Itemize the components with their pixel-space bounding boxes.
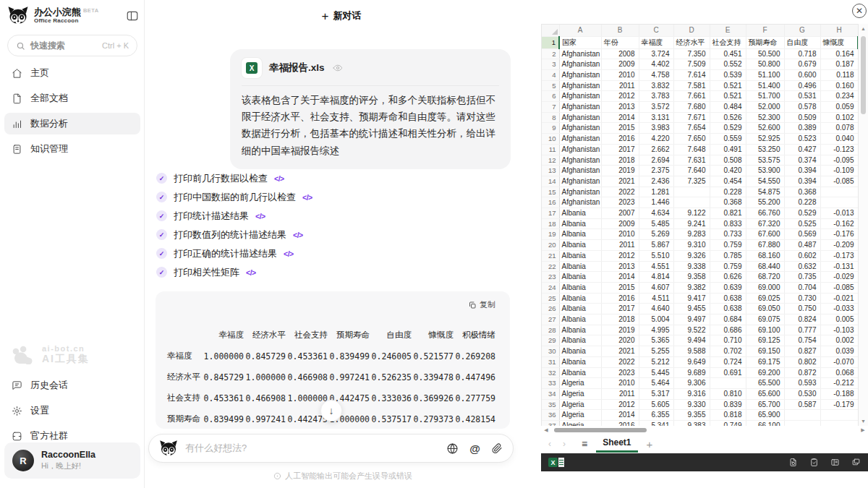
- sheet-cell[interactable]: 2014: [601, 112, 639, 123]
- sheet-cell[interactable]: Albania: [559, 218, 601, 229]
- sheet-cell[interactable]: 2019: [601, 325, 639, 335]
- sheet-cell[interactable]: 0.872: [784, 367, 820, 378]
- sheet-cell[interactable]: 9.383: [673, 421, 710, 426]
- row-number[interactable]: 2: [542, 48, 559, 59]
- sheet-cell[interactable]: 5.341: [639, 421, 673, 426]
- sheet-cell[interactable]: Afghanistan: [559, 134, 601, 145]
- sheet-cell[interactable]: 51.400: [746, 80, 784, 91]
- sheet-cell[interactable]: 0.068: [820, 367, 858, 378]
- sheet-cell[interactable]: 9.241: [673, 218, 710, 229]
- sheet-cell[interactable]: 2011: [601, 80, 639, 91]
- sheet-cell[interactable]: 0.839: [710, 399, 746, 410]
- row-number[interactable]: 23: [542, 272, 559, 283]
- sheet-cell[interactable]: 0.754: [784, 335, 820, 346]
- sheet-cell[interactable]: 52.300: [746, 112, 784, 123]
- scroll-up-arrow[interactable]: ▲: [859, 26, 868, 31]
- globe-icon[interactable]: [446, 442, 459, 455]
- sheet-cell[interactable]: 51.100: [746, 69, 784, 80]
- sheet-cell[interactable]: 0.679: [784, 59, 820, 70]
- attachment-paperclip-icon[interactable]: [491, 442, 503, 454]
- sheet-cell[interactable]: 0.368: [710, 197, 746, 208]
- row-number[interactable]: 25: [542, 293, 559, 304]
- sheet-cell[interactable]: 0.759: [710, 240, 746, 251]
- row-number[interactable]: 21: [542, 250, 559, 261]
- sheet-cell[interactable]: 0.394: [784, 176, 820, 187]
- sheet-cell[interactable]: 0.639: [710, 282, 746, 293]
- sheet-cell[interactable]: 2022: [601, 187, 639, 197]
- sheet-cell[interactable]: 1.281: [639, 187, 673, 197]
- sheet-cell[interactable]: 2007: [601, 208, 639, 219]
- clipboard-check-icon[interactable]: [809, 458, 819, 467]
- sheet-cell[interactable]: 53.900: [746, 166, 784, 176]
- sheet-header-cell[interactable]: 国家: [559, 36, 601, 48]
- sheet-cell[interactable]: -0.123: [820, 144, 858, 155]
- sheet-cell[interactable]: Algeria: [559, 378, 601, 389]
- sheet-cell[interactable]: 7.680: [673, 102, 710, 113]
- sheet-cell[interactable]: 5.464: [639, 378, 673, 389]
- sheet-cell[interactable]: 0.638: [710, 304, 746, 314]
- sheet-cell[interactable]: 69.050: [746, 304, 784, 314]
- select-all-corner[interactable]: [542, 25, 559, 36]
- sheet-cell[interactable]: Afghanistan: [559, 91, 601, 102]
- sheet-cell[interactable]: 0.368: [784, 187, 820, 197]
- sheet-cell[interactable]: Albania: [559, 335, 601, 346]
- sheet-cell[interactable]: -0.109: [820, 166, 858, 176]
- sheet-cell[interactable]: 0.632: [784, 261, 820, 272]
- sheet-cell[interactable]: Albania: [559, 304, 601, 314]
- sheet-cell[interactable]: 0.559: [710, 134, 746, 145]
- sheet-cell[interactable]: 2010: [601, 229, 639, 240]
- sheet-cell[interactable]: Afghanistan: [559, 123, 601, 134]
- sheet-cell[interactable]: 7.350: [673, 48, 710, 59]
- row-number[interactable]: 11: [542, 144, 559, 155]
- row-number[interactable]: 6: [542, 91, 559, 102]
- code-toggle-icon[interactable]: </>: [293, 231, 303, 239]
- sheet-header-cell[interactable]: 经济水平: [673, 36, 710, 48]
- sheet-cell[interactable]: 0.187: [820, 59, 858, 70]
- sheet-cell[interactable]: 2010: [601, 69, 639, 80]
- sheet-header-cell[interactable]: 自由度: [784, 36, 820, 48]
- sheet-cell[interactable]: [820, 197, 858, 208]
- sheet-cell[interactable]: 0.593: [784, 378, 820, 389]
- horizontal-scrollbar[interactable]: ◀ ▶: [541, 426, 868, 435]
- sheet-cell[interactable]: [820, 410, 858, 421]
- sheet-cell[interactable]: Albania: [559, 272, 601, 283]
- row-number[interactable]: 13: [542, 166, 559, 176]
- sheet-cell[interactable]: 0.394: [784, 166, 820, 176]
- sheet-cell[interactable]: 0.526: [710, 112, 746, 123]
- sheet-cell[interactable]: 0.735: [784, 272, 820, 283]
- sheet-cell[interactable]: 2018: [601, 314, 639, 325]
- sheet-cell[interactable]: 3.783: [639, 91, 673, 102]
- sheet-cell[interactable]: 5.510: [639, 250, 673, 261]
- row-number[interactable]: 5: [542, 80, 559, 91]
- sheet-cell[interactable]: [673, 187, 710, 197]
- sheet-cell[interactable]: 9.330: [673, 399, 710, 410]
- sheet-cell[interactable]: 0.818: [710, 410, 746, 421]
- sheet-cell[interactable]: 2023: [601, 367, 639, 378]
- row-number[interactable]: 27: [542, 314, 559, 325]
- sheet-cell[interactable]: Albania: [559, 367, 601, 378]
- sheet-cell[interactable]: 0.059: [820, 102, 858, 113]
- sheet-cell[interactable]: 2017: [601, 144, 639, 155]
- sheet-cell[interactable]: 4.634: [639, 208, 673, 219]
- sheet-cell[interactable]: 2022: [601, 356, 639, 367]
- sheet-cell[interactable]: 0.684: [710, 314, 746, 325]
- sheet-cell[interactable]: 2011: [601, 389, 639, 400]
- sheet-cell[interactable]: 55.200: [746, 197, 784, 208]
- code-toggle-icon[interactable]: </>: [302, 193, 312, 202]
- sheet-cell[interactable]: 52.925: [746, 134, 784, 145]
- export-refresh-icon[interactable]: [788, 458, 798, 467]
- sheet-cell[interactable]: 0.759: [710, 261, 746, 272]
- sheet-cell[interactable]: -0.085: [820, 282, 858, 293]
- sheet-cell[interactable]: 0.824: [784, 314, 820, 325]
- sheet-cell[interactable]: 7.325: [673, 176, 710, 187]
- sheet-cell[interactable]: 2013: [601, 102, 639, 113]
- sheet-header-cell[interactable]: 慷慨度: [820, 36, 858, 48]
- sheet-cell[interactable]: 7.650: [673, 134, 710, 145]
- sheet-cell[interactable]: 3.832: [639, 80, 673, 91]
- sheet-cell[interactable]: 0.005: [820, 314, 858, 325]
- row-number[interactable]: 37: [542, 421, 559, 426]
- sheet-cell[interactable]: 69.175: [746, 356, 784, 367]
- sheet-cell[interactable]: 6.355: [639, 410, 673, 421]
- row-number[interactable]: 15: [542, 187, 559, 197]
- sheet-cell[interactable]: 2008: [601, 48, 639, 59]
